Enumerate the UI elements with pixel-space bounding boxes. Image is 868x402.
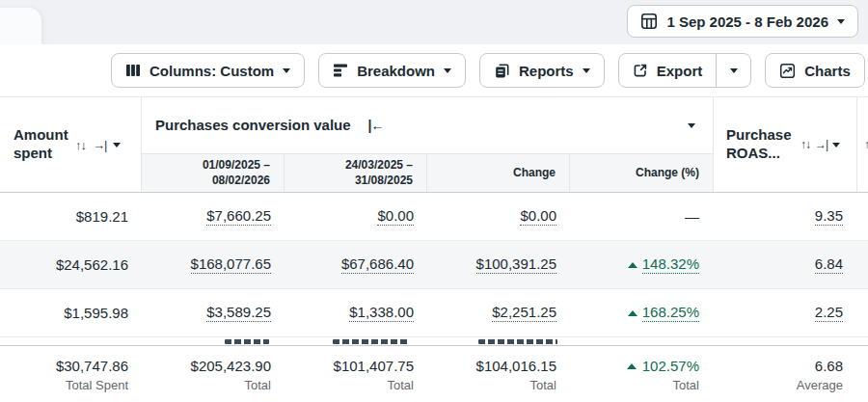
export-icon	[633, 63, 648, 78]
cell-compare-period-value: $1,338.00	[285, 289, 427, 336]
cell-purchase-roas: 2.25	[713, 289, 856, 336]
table-row: $24,562.16 $168,077.65 $67,686.40 $100,3…	[0, 241, 868, 289]
total-change: $104,016.15 Total	[427, 346, 570, 402]
clipped-text-fragment	[333, 339, 410, 344]
reports-button[interactable]: Reports	[479, 53, 605, 88]
subcolumn-header-current-period[interactable]: 01/09/2025 – 08/02/2026	[142, 154, 285, 192]
compare-period-line1: 24/03/2025 –	[345, 158, 413, 174]
cell-change: $0.00	[427, 193, 570, 240]
charts-icon	[779, 63, 796, 79]
metric-value[interactable]: 2.25	[815, 304, 843, 322]
subcolumn-header-change-pct[interactable]: Change (%)	[570, 154, 713, 192]
cell-current-period-value: $7,660.25	[142, 193, 285, 240]
cell-amount-spent: $24,562.16	[0, 241, 142, 288]
cell-purchase-roas: 9.35	[713, 193, 856, 240]
cell-sliver	[856, 241, 868, 288]
metric-value[interactable]: $0.00	[377, 207, 414, 226]
chevron-down-icon[interactable]	[688, 123, 695, 128]
sort-icon[interactable]: ↑↓	[800, 138, 810, 151]
cell-current-period-value: $3,589.25	[142, 289, 285, 336]
total-purchase-roas: 6.68 Average	[713, 346, 856, 402]
charts-button[interactable]: Charts	[765, 53, 865, 88]
clipped-text-fragment	[225, 339, 269, 344]
metric-value[interactable]: $168,077.65	[191, 255, 271, 274]
clipped-text-fragment	[478, 339, 557, 344]
breakdown-button[interactable]: Breakdown	[318, 53, 466, 88]
cell-amount-spent: $819.21	[0, 193, 142, 240]
cell-compare-period-value: $0.00	[285, 193, 427, 240]
top-band: 1 Sep 2025 - 8 Feb 2026	[0, 0, 868, 44]
trend-up-icon	[628, 262, 637, 268]
compare-period-line2: 31/08/2025	[355, 174, 413, 189]
export-split-button: Export	[618, 53, 752, 88]
pin-column-icon[interactable]: →|	[815, 138, 827, 151]
cell-change-pct: 168.25%	[570, 289, 713, 336]
positive-change-value[interactable]: 168.25%	[642, 304, 699, 322]
purchase-roas-header-label: Purchase ROAS...	[726, 126, 796, 163]
pin-column-icon[interactable]: →|	[93, 138, 106, 152]
ads-manager-report-view: 1 Sep 2025 - 8 Feb 2026 Columns: Custom …	[0, 0, 868, 402]
subcolumn-header-change[interactable]: Change	[427, 154, 570, 192]
positive-change-value[interactable]: 148.32%	[642, 255, 699, 274]
metric-value[interactable]: $0.00	[520, 207, 556, 226]
column-header-amount-spent[interactable]: Amount spent ↑↓ →|	[0, 97, 142, 192]
metric-value[interactable]: $1,338.00	[349, 304, 414, 322]
panel-corner	[0, 8, 41, 46]
cell-change: $100,391.25	[427, 241, 570, 288]
chevron-down-icon	[837, 19, 845, 24]
table-toolbar: Columns: Custom Breakdown Reports	[0, 44, 868, 96]
chevron-down-icon	[283, 68, 290, 73]
cell-sliver	[856, 289, 868, 336]
metric-value[interactable]: $7,660.25	[206, 207, 271, 226]
trend-up-icon	[627, 363, 637, 369]
metric-value[interactable]: $100,391.25	[476, 255, 556, 274]
table-row: $1,595.98 $3,589.25 $1,338.00 $2,251.25 …	[0, 289, 868, 337]
export-button-label: Export	[657, 63, 703, 79]
collapse-columns-icon[interactable]: |←	[368, 118, 384, 133]
chevron-down-icon[interactable]	[113, 143, 121, 147]
cell-sliver	[856, 346, 868, 402]
columns-button-label: Columns: Custom	[149, 63, 274, 79]
metric-value[interactable]: 6.84	[815, 255, 843, 274]
cell-amount-spent: $1,595.98	[0, 289, 142, 336]
metric-value[interactable]: $67,686.40	[341, 255, 414, 274]
sub-header-row: 01/09/2025 – 08/02/2026 24/03/2025 – 31/…	[142, 154, 713, 192]
date-range-picker[interactable]: 1 Sep 2025 - 8 Feb 2026	[627, 5, 858, 38]
total-change-pct: 102.57% Total	[570, 346, 713, 402]
breakdown-button-label: Breakdown	[357, 63, 435, 79]
cell-compare-period-value: $67,686.40	[285, 241, 427, 288]
clipped-row	[0, 337, 868, 345]
reports-icon	[494, 63, 510, 79]
cell-purchase-roas: 6.84	[713, 241, 856, 288]
no-change-dash: —	[685, 208, 699, 225]
group-header-row[interactable]: Purchases conversion value |←	[142, 97, 713, 154]
sort-icon[interactable]: ↑↓	[75, 138, 86, 152]
breakdown-icon	[333, 63, 348, 78]
subcolumn-header-compare-period[interactable]: 24/03/2025 – 31/08/2025	[285, 154, 427, 192]
chevron-down-icon	[730, 68, 738, 73]
column-header-purchase-roas[interactable]: Purchase ROAS... ↑↓ →|	[713, 97, 856, 192]
metric-value[interactable]: $3,589.25	[206, 304, 271, 322]
cell-change: $2,251.25	[427, 289, 570, 336]
table-body: $819.21 $7,660.25 $0.00 $0.00 — 9.35 $24…	[0, 193, 868, 345]
change-header-label: Change	[513, 166, 556, 181]
chevron-down-icon[interactable]	[832, 143, 840, 147]
export-button[interactable]: Export	[619, 54, 717, 87]
table-row: $819.21 $7,660.25 $0.00 $0.00 — 9.35	[0, 193, 868, 241]
metric-value[interactable]: $2,251.25	[492, 304, 556, 322]
cell-current-period-value: $168,077.65	[142, 241, 285, 288]
total-current-period: $205,423.90 Total	[142, 346, 285, 402]
table-header: Amount spent ↑↓ →| Purchases conversion …	[0, 96, 868, 193]
cell-change-pct: 148.32%	[570, 241, 713, 288]
export-options-button[interactable]	[716, 54, 750, 87]
sort-icon: ↑↓	[864, 138, 868, 151]
metric-value[interactable]: 9.35	[815, 207, 843, 226]
group-header-label: Purchases conversion value	[155, 117, 351, 135]
date-range-label: 1 Sep 2025 - 8 Feb 2026	[666, 13, 828, 30]
total-amount-spent: $30,747.86 Total Spent	[0, 346, 142, 402]
columns-button[interactable]: Columns: Custom	[111, 53, 305, 88]
amount-spent-header-label: Amount spent	[14, 126, 68, 163]
current-period-line2: 08/02/2026	[212, 174, 270, 189]
cell-sliver	[856, 193, 868, 240]
reports-button-label: Reports	[519, 63, 574, 79]
